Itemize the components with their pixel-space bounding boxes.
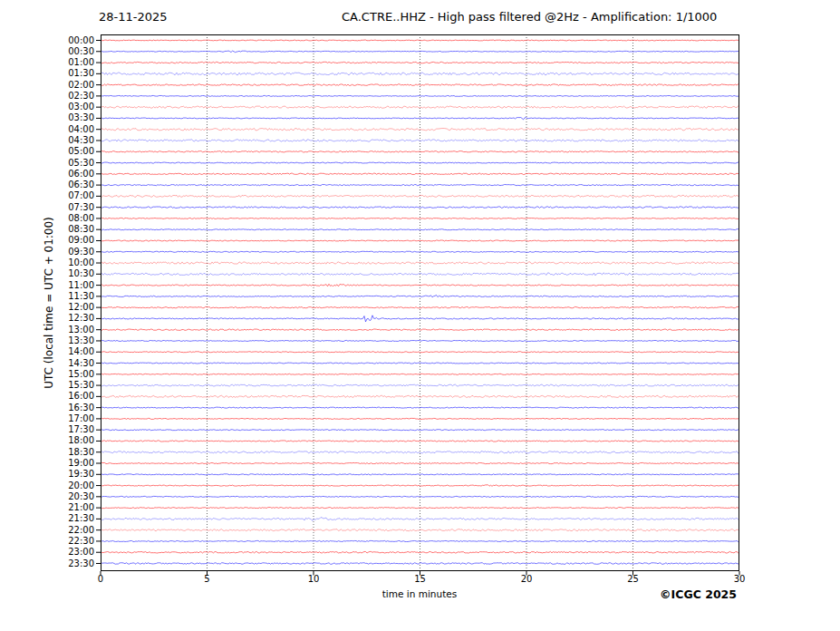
trace-row-0230 [101, 95, 739, 96]
y-tick-label-0230: 02:30 [0, 91, 94, 102]
trace-row-2100 [101, 508, 739, 509]
y-tick-label-1500: 15:00 [0, 369, 94, 380]
y-tick-label-0130: 01:30 [0, 68, 94, 79]
helicorder-figure: 28-11-2025 CA.CTRE..HHZ - High pass filt… [0, 0, 840, 631]
copyright-label: ©ICGC 2025 [660, 587, 737, 601]
y-tick-label-0430: 04:30 [0, 135, 94, 146]
trace-row-0700 [101, 195, 739, 197]
trace-row-2330 [101, 563, 739, 565]
y-tick-label-0530: 05:30 [0, 158, 94, 169]
y-tick-label-1030: 10:30 [0, 268, 94, 279]
trace-row-0000 [101, 40, 739, 41]
y-tick-label-1930: 19:30 [0, 469, 94, 480]
trace-row-0300 [101, 106, 739, 108]
x-tick-label-15: 15 [402, 574, 439, 585]
y-tick-label-0830: 08:30 [0, 224, 94, 235]
y-tick-label-0000: 00:00 [0, 35, 94, 46]
y-tick-label-1900: 19:00 [0, 458, 94, 469]
y-tick-label-0100: 01:00 [0, 57, 94, 68]
y-tick-label-1100: 11:00 [0, 280, 94, 291]
y-tick-label-2330: 23:30 [0, 558, 94, 569]
trace-row-1430 [101, 363, 739, 364]
trace-row-0730 [101, 207, 739, 209]
y-tick-label-0030: 00:30 [0, 46, 94, 57]
y-tick-label-2200: 22:00 [0, 525, 94, 536]
trace-row-0930 [101, 251, 739, 252]
y-tick-label-1300: 13:00 [0, 325, 94, 335]
y-tick-label-0630: 06:30 [0, 180, 94, 190]
trace-row-1330 [101, 340, 739, 341]
y-tick-label-0730: 07:30 [0, 202, 94, 213]
trace-row-1100 [101, 284, 739, 286]
y-tick-label-1330: 13:30 [0, 335, 94, 346]
y-tick-label-0900: 09:00 [0, 235, 94, 246]
y-tick-label-0200: 02:00 [0, 80, 94, 91]
y-tick-label-1400: 14:00 [0, 346, 94, 357]
x-tick-label-5: 5 [189, 574, 226, 585]
trace-row-0830 [101, 229, 739, 230]
trace-row-0900 [101, 240, 739, 241]
y-tick-label-1630: 16:30 [0, 403, 94, 413]
y-tick-label-0600: 06:00 [0, 169, 94, 180]
trace-row-1400 [101, 352, 739, 353]
y-tick-label-2100: 21:00 [0, 502, 94, 513]
y-tick-label-1800: 18:00 [0, 435, 94, 446]
trace-row-1800 [101, 441, 739, 442]
trace-row-1130 [101, 295, 739, 296]
trace-row-1600 [101, 395, 739, 397]
y-tick-label-2030: 20:30 [0, 491, 94, 502]
y-tick-label-1200: 12:00 [0, 302, 94, 313]
x-tick-label-0: 0 [82, 574, 119, 585]
y-tick-label-1600: 16:00 [0, 391, 94, 402]
y-tick-label-1130: 11:30 [0, 291, 94, 302]
y-tick-label-2300: 23:00 [0, 547, 94, 558]
y-tick-label-1830: 18:30 [0, 447, 94, 458]
y-tick-label-1430: 14:30 [0, 358, 94, 369]
y-tick-label-1700: 17:00 [0, 413, 94, 424]
y-tick-label-1730: 17:30 [0, 424, 94, 435]
x-axis-label: time in minutes [382, 588, 457, 599]
y-tick-label-1230: 12:30 [0, 313, 94, 324]
trace-row-1900 [101, 462, 739, 463]
trace-row-1930 [101, 474, 739, 475]
y-tick-label-2130: 21:30 [0, 513, 94, 524]
trace-row-1530 [101, 384, 739, 386]
y-tick-label-0300: 03:00 [0, 102, 94, 112]
x-tick-label-25: 25 [615, 574, 652, 585]
y-tick-label-0330: 03:30 [0, 112, 94, 123]
y-tick-label-0700: 07:00 [0, 190, 94, 201]
trace-row-1300 [101, 329, 739, 330]
trace-row-2130 [101, 518, 739, 521]
trace-row-0200 [101, 84, 739, 86]
x-tick-label-30: 30 [721, 574, 758, 585]
y-tick-label-0500: 05:00 [0, 146, 94, 157]
y-tick-label-0800: 08:00 [0, 213, 94, 224]
y-tick-label-1530: 15:30 [0, 380, 94, 391]
x-tick-label-10: 10 [295, 574, 332, 585]
y-tick-label-0400: 04:00 [0, 124, 94, 135]
trace-row-0630 [101, 184, 739, 185]
trace-row-2200 [101, 529, 739, 531]
trace-plot-canvas [0, 0, 840, 631]
x-tick-label-20: 20 [508, 574, 545, 585]
y-tick-label-2230: 22:30 [0, 536, 94, 547]
y-tick-label-1000: 10:00 [0, 257, 94, 268]
trace-row-2000 [101, 485, 739, 487]
trace-rows [101, 40, 739, 564]
trace-row-0800 [101, 218, 739, 218]
y-tick-label-2000: 20:00 [0, 481, 94, 491]
y-tick-label-0930: 09:30 [0, 247, 94, 257]
plot-border [101, 35, 739, 571]
